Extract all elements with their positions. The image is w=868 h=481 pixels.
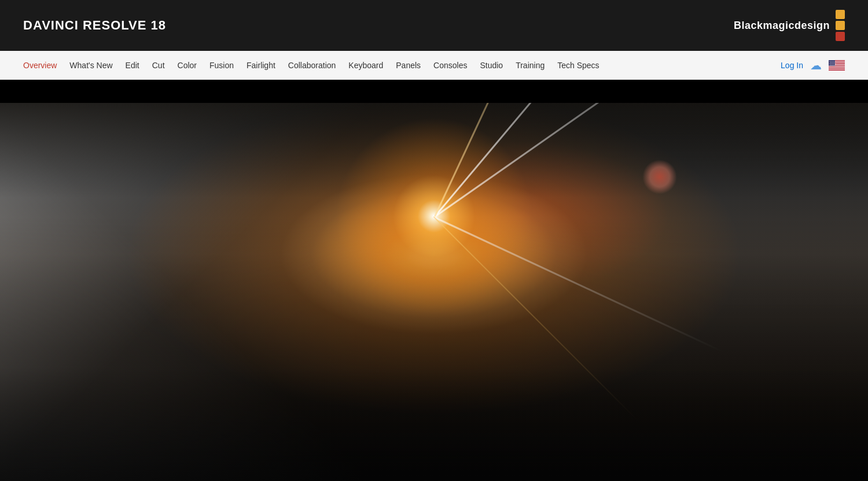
svg-rect-12	[829, 69, 845, 70]
nav-item-tech-specs[interactable]: Tech Specs	[557, 61, 599, 70]
lens-flare-icon	[642, 160, 677, 194]
login-button[interactable]: Log In	[781, 61, 803, 70]
nav-item-cut[interactable]: Cut	[152, 61, 165, 70]
nav-item-edit[interactable]: Edit	[126, 61, 139, 70]
logo-text-light: Blackmagic	[734, 20, 795, 31]
svg-rect-8	[829, 66, 845, 67]
cloud-icon[interactable]: ☁	[810, 58, 822, 72]
nav-item-keyboard[interactable]: Keyboard	[348, 61, 383, 70]
nav-item-collaboration[interactable]: Collaboration	[288, 61, 336, 70]
nav-item-consoles[interactable]: Consoles	[433, 61, 467, 70]
nav-item-studio[interactable]: Studio	[480, 61, 503, 70]
top-header: DAVINCI RESOLVE 18 Blackmagicdesign	[0, 0, 868, 51]
svg-rect-7	[829, 65, 845, 66]
logo-squares	[836, 10, 845, 41]
logo-area: Blackmagicdesign	[734, 10, 845, 41]
nav-item-whats-new[interactable]: What's New	[69, 61, 112, 70]
svg-rect-11	[829, 69, 845, 69]
svg-rect-9	[829, 67, 845, 68]
logo-square-middle	[836, 21, 845, 30]
black-band	[0, 80, 868, 103]
hero-image	[0, 103, 868, 481]
svg-rect-10	[829, 68, 845, 68]
scene-overlay	[0, 216, 868, 481]
logo-square-top	[836, 10, 845, 19]
nav-links: Overview What's New Edit Cut Color Fusio…	[23, 61, 599, 70]
nav-item-overview[interactable]: Overview	[23, 61, 57, 70]
site-title: DAVINCI RESOLVE 18	[23, 18, 166, 33]
nav-item-panels[interactable]: Panels	[396, 61, 421, 70]
nav-bar: Overview What's New Edit Cut Color Fusio…	[0, 51, 868, 80]
us-flag-icon[interactable]: ★★★★★★ ★★★★★ ★★★★★★ ★★★★★	[829, 60, 845, 71]
logo-text-bold: design	[795, 20, 830, 31]
nav-item-color[interactable]: Color	[178, 61, 197, 70]
nav-right: Log In ☁ ★★★★★★ ★★★★★ ★★★★★★ ★★★★★	[781, 58, 845, 72]
nav-item-fusion[interactable]: Fusion	[209, 61, 234, 70]
logo-square-bottom	[836, 32, 845, 41]
logo-text: Blackmagicdesign	[734, 20, 830, 32]
nav-item-fairlight[interactable]: Fairlight	[247, 61, 275, 70]
scene-container	[0, 103, 868, 481]
nav-item-training[interactable]: Training	[516, 61, 545, 70]
hero-section	[0, 103, 868, 481]
